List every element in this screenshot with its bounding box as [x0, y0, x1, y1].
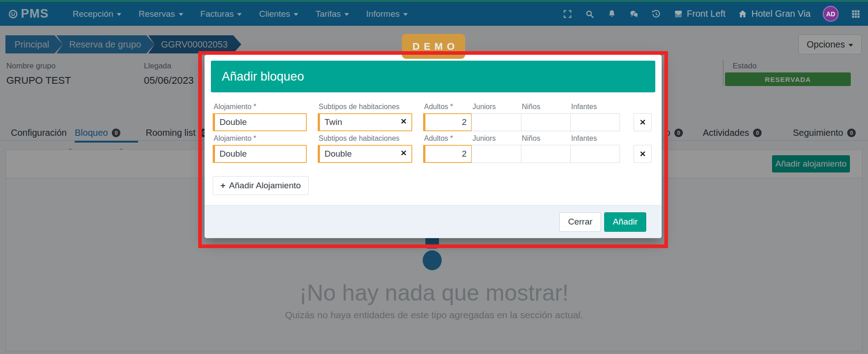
infantes-label: Infantes [570, 103, 620, 111]
apps-grid-icon[interactable] [851, 9, 861, 19]
nav-item-tarifas[interactable]: Tarifas [307, 9, 358, 19]
alojamiento-input[interactable] [213, 113, 307, 131]
top-nav: PMS Recepción Reservas Facturas Clientes… [0, 0, 868, 26]
chevron-down-icon [179, 13, 183, 16]
chevron-down-icon [403, 13, 408, 16]
alojamiento-input[interactable] [213, 145, 307, 163]
juniors-input[interactable] [472, 145, 521, 163]
infantes-label: Infantes [570, 134, 620, 143]
ninos-input[interactable] [521, 113, 571, 131]
pms-logo[interactable]: PMS [8, 7, 49, 21]
inbox-icon [673, 9, 683, 19]
nav-item-clientes[interactable]: Clientes [250, 9, 307, 19]
alojamiento-label: Alojamiento * [213, 103, 307, 111]
ninos-label: Niños [521, 103, 571, 111]
clear-icon[interactable]: ✕ [401, 117, 407, 126]
nav-item-facturas[interactable]: Facturas [192, 9, 251, 19]
alojamiento-label: Alojamiento * [213, 134, 307, 143]
chevron-down-icon [237, 13, 242, 16]
juniors-label: Juniors [472, 103, 521, 111]
subtipos-label: Subtipos de habitaciones [318, 103, 412, 111]
remove-row-button[interactable]: ✕ [634, 145, 652, 163]
user-avatar[interactable]: AD [823, 6, 839, 22]
hotel-selector[interactable]: Hotel Gran Via [738, 9, 811, 19]
adultos-label: Adultos * [423, 103, 472, 111]
pms-logo-text: PMS [21, 7, 49, 21]
block-row: Alojamiento * Subtipos de habitaciones ✕… [213, 103, 652, 131]
adultos-label: Adultos * [423, 134, 472, 143]
add-block-modal: Añadir bloqueo Alojamiento * Subtipos de… [205, 55, 662, 238]
nav-item-informes[interactable]: Informes [358, 9, 416, 19]
nav-right: Front Left Hotel Gran Via AD [563, 6, 861, 22]
modal-body: Alojamiento * Subtipos de habitaciones ✕… [205, 92, 662, 195]
front-office-label: Front Left [687, 9, 726, 19]
adultos-input[interactable] [423, 145, 472, 163]
bell-icon[interactable] [607, 9, 617, 19]
infantes-input[interactable] [570, 113, 620, 131]
modal-footer: Cerrar Añadir [205, 205, 662, 238]
nav-item-recepcion[interactable]: Recepción [64, 9, 130, 19]
fullscreen-icon[interactable] [563, 9, 572, 19]
ninos-input[interactable] [521, 145, 571, 163]
nav-menu: Recepción Reservas Facturas Clientes Tar… [64, 9, 417, 19]
pms-logo-icon [8, 9, 18, 19]
remove-row-button[interactable]: ✕ [634, 113, 652, 131]
modal-title: Añadir bloqueo [211, 61, 655, 92]
add-button[interactable]: Añadir [604, 212, 646, 232]
nav-item-reservas[interactable]: Reservas [130, 9, 191, 19]
infantes-input[interactable] [570, 145, 620, 163]
block-row: Alojamiento * Subtipos de habitaciones ✕… [213, 134, 652, 163]
hotel-label: Hotel Gran Via [751, 9, 811, 19]
plus-icon: + [220, 181, 225, 191]
history-icon[interactable] [651, 9, 661, 19]
subtipos-input[interactable] [318, 145, 412, 163]
chat-icon[interactable] [629, 9, 639, 19]
subtipos-input[interactable] [318, 113, 412, 131]
clear-icon[interactable]: ✕ [401, 148, 407, 158]
chevron-down-icon [294, 13, 298, 16]
juniors-label: Juniors [472, 134, 521, 143]
subtipos-label: Subtipos de habitaciones [318, 134, 412, 143]
adultos-input[interactable] [423, 113, 472, 131]
search-icon[interactable] [585, 9, 595, 19]
app-screen: PMS Recepción Reservas Facturas Clientes… [0, 0, 868, 354]
ninos-label: Niños [521, 134, 571, 143]
demo-ribbon: DEMO [402, 34, 465, 59]
juniors-input[interactable] [472, 113, 521, 131]
home-icon [738, 9, 748, 19]
chevron-down-icon [117, 13, 121, 16]
chevron-down-icon [344, 13, 349, 16]
add-accommodation-row-button[interactable]: + Añadir Alojamiento [213, 176, 309, 195]
add-row-label: Añadir Alojamiento [229, 181, 300, 191]
front-office-selector[interactable]: Front Left [673, 9, 726, 19]
close-button[interactable]: Cerrar [559, 212, 601, 232]
